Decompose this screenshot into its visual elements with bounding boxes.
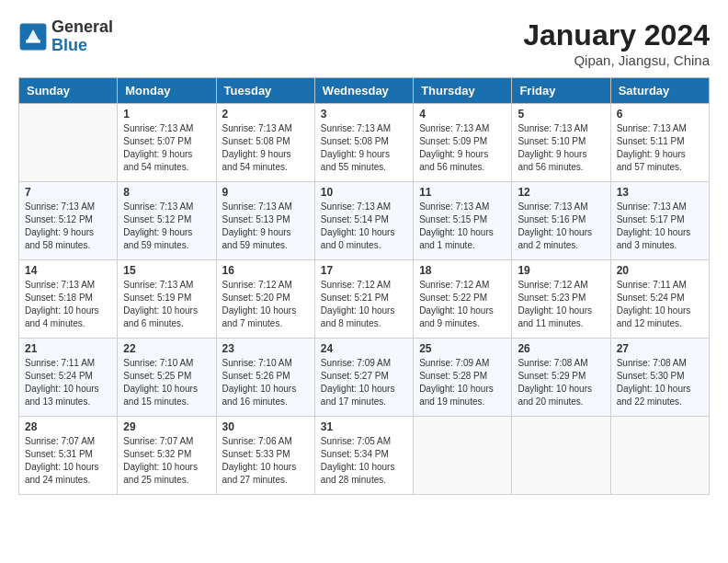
calendar-cell: 24Sunrise: 7:09 AM Sunset: 5:27 PM Dayli… (314, 339, 413, 417)
calendar-cell: 19Sunrise: 7:12 AM Sunset: 5:23 PM Dayli… (512, 260, 610, 339)
day-number: 8 (123, 186, 210, 199)
calendar-cell (512, 417, 610, 495)
day-number: 11 (419, 186, 506, 199)
location-subtitle: Qipan, Jiangsu, China (523, 52, 710, 68)
day-number: 14 (25, 264, 111, 277)
day-info: Sunrise: 7:13 AM Sunset: 5:19 PM Dayligh… (123, 279, 210, 330)
calendar-cell: 26Sunrise: 7:08 AM Sunset: 5:29 PM Dayli… (512, 339, 610, 417)
day-number: 13 (617, 186, 703, 199)
day-info: Sunrise: 7:12 AM Sunset: 5:21 PM Dayligh… (321, 279, 407, 330)
day-info: Sunrise: 7:13 AM Sunset: 5:11 PM Dayligh… (617, 122, 703, 174)
day-info: Sunrise: 7:10 AM Sunset: 5:26 PM Dayligh… (222, 357, 309, 408)
day-info: Sunrise: 7:13 AM Sunset: 5:16 PM Dayligh… (518, 201, 604, 252)
weekday-header-thursday: Thursday (414, 78, 512, 104)
calendar-cell: 15Sunrise: 7:13 AM Sunset: 5:19 PM Dayli… (118, 260, 216, 339)
calendar-cell: 2Sunrise: 7:13 AM Sunset: 5:08 PM Daylig… (216, 104, 314, 182)
day-number: 29 (123, 420, 210, 433)
calendar-cell: 18Sunrise: 7:12 AM Sunset: 5:22 PM Dayli… (414, 260, 512, 339)
day-number: 15 (123, 264, 210, 277)
calendar-cell: 14Sunrise: 7:13 AM Sunset: 5:18 PM Dayli… (19, 260, 118, 339)
calendar-cell: 29Sunrise: 7:07 AM Sunset: 5:32 PM Dayli… (118, 417, 216, 495)
day-number: 27 (617, 342, 703, 355)
day-info: Sunrise: 7:11 AM Sunset: 5:24 PM Dayligh… (617, 279, 703, 330)
weekday-header-friday: Friday (512, 78, 610, 104)
day-number: 3 (321, 108, 407, 121)
calendar-cell: 25Sunrise: 7:09 AM Sunset: 5:28 PM Dayli… (414, 339, 512, 417)
calendar-cell (414, 417, 512, 495)
day-info: Sunrise: 7:10 AM Sunset: 5:25 PM Dayligh… (123, 357, 210, 408)
day-number: 22 (123, 342, 210, 355)
day-number: 18 (419, 264, 506, 277)
day-info: Sunrise: 7:12 AM Sunset: 5:20 PM Dayligh… (222, 279, 309, 330)
day-number: 30 (222, 420, 309, 433)
calendar-cell: 20Sunrise: 7:11 AM Sunset: 5:24 PM Dayli… (610, 260, 709, 339)
calendar-cell: 28Sunrise: 7:07 AM Sunset: 5:31 PM Dayli… (19, 417, 118, 495)
month-title: January 2024 (523, 18, 710, 52)
day-info: Sunrise: 7:09 AM Sunset: 5:28 PM Dayligh… (419, 357, 506, 408)
calendar-cell: 9Sunrise: 7:13 AM Sunset: 5:13 PM Daylig… (216, 182, 314, 260)
day-info: Sunrise: 7:13 AM Sunset: 5:08 PM Dayligh… (222, 122, 309, 174)
calendar-cell: 11Sunrise: 7:13 AM Sunset: 5:15 PM Dayli… (414, 182, 512, 260)
day-number: 20 (617, 264, 703, 277)
weekday-header-row: SundayMondayTuesdayWednesdayThursdayFrid… (19, 78, 710, 104)
day-number: 24 (321, 342, 407, 355)
day-info: Sunrise: 7:12 AM Sunset: 5:22 PM Dayligh… (419, 279, 506, 330)
day-number: 31 (321, 420, 407, 433)
calendar-cell: 4Sunrise: 7:13 AM Sunset: 5:09 PM Daylig… (414, 104, 512, 182)
day-info: Sunrise: 7:07 AM Sunset: 5:31 PM Dayligh… (25, 435, 111, 487)
calendar-week-row: 21Sunrise: 7:11 AM Sunset: 5:24 PM Dayli… (19, 339, 710, 417)
calendar-cell: 13Sunrise: 7:13 AM Sunset: 5:17 PM Dayli… (610, 182, 709, 260)
title-area: January 2024 Qipan, Jiangsu, China (523, 18, 710, 68)
calendar-table: SundayMondayTuesdayWednesdayThursdayFrid… (18, 77, 710, 495)
day-info: Sunrise: 7:13 AM Sunset: 5:13 PM Dayligh… (222, 201, 309, 252)
calendar-cell: 27Sunrise: 7:08 AM Sunset: 5:30 PM Dayli… (610, 339, 709, 417)
calendar-cell: 5Sunrise: 7:13 AM Sunset: 5:10 PM Daylig… (512, 104, 610, 182)
day-number: 19 (518, 264, 604, 277)
day-info: Sunrise: 7:13 AM Sunset: 5:08 PM Dayligh… (321, 122, 407, 174)
day-info: Sunrise: 7:13 AM Sunset: 5:12 PM Dayligh… (123, 201, 210, 252)
day-info: Sunrise: 7:13 AM Sunset: 5:12 PM Dayligh… (25, 201, 111, 252)
weekday-header-sunday: Sunday (19, 78, 118, 104)
calendar-cell (19, 104, 118, 182)
calendar-cell: 17Sunrise: 7:12 AM Sunset: 5:21 PM Dayli… (314, 260, 413, 339)
day-info: Sunrise: 7:13 AM Sunset: 5:07 PM Dayligh… (123, 122, 210, 174)
calendar-cell: 16Sunrise: 7:12 AM Sunset: 5:20 PM Dayli… (216, 260, 314, 339)
calendar-week-row: 28Sunrise: 7:07 AM Sunset: 5:31 PM Dayli… (19, 417, 710, 495)
day-number: 28 (25, 420, 111, 433)
calendar-cell: 8Sunrise: 7:13 AM Sunset: 5:12 PM Daylig… (118, 182, 216, 260)
calendar-cell: 21Sunrise: 7:11 AM Sunset: 5:24 PM Dayli… (19, 339, 118, 417)
calendar-cell: 6Sunrise: 7:13 AM Sunset: 5:11 PM Daylig… (610, 104, 709, 182)
page-header: General Blue January 2024 Qipan, Jiangsu… (18, 18, 710, 68)
day-info: Sunrise: 7:08 AM Sunset: 5:29 PM Dayligh… (518, 357, 604, 408)
day-number: 2 (222, 108, 309, 121)
day-number: 21 (25, 342, 111, 355)
weekday-header-tuesday: Tuesday (216, 78, 314, 104)
day-number: 5 (518, 108, 604, 121)
logo: General Blue (18, 18, 113, 55)
day-info: Sunrise: 7:13 AM Sunset: 5:15 PM Dayligh… (419, 201, 506, 252)
calendar-cell: 22Sunrise: 7:10 AM Sunset: 5:25 PM Dayli… (118, 339, 216, 417)
day-number: 17 (321, 264, 407, 277)
day-number: 26 (518, 342, 604, 355)
day-number: 7 (25, 186, 111, 199)
day-info: Sunrise: 7:13 AM Sunset: 5:17 PM Dayligh… (617, 201, 703, 252)
calendar-cell: 1Sunrise: 7:13 AM Sunset: 5:07 PM Daylig… (118, 104, 216, 182)
day-number: 6 (617, 108, 703, 121)
day-info: Sunrise: 7:12 AM Sunset: 5:23 PM Dayligh… (518, 279, 604, 330)
logo-text: General Blue (51, 18, 113, 55)
calendar-cell: 7Sunrise: 7:13 AM Sunset: 5:12 PM Daylig… (19, 182, 118, 260)
calendar-cell: 10Sunrise: 7:13 AM Sunset: 5:14 PM Dayli… (314, 182, 413, 260)
calendar-week-row: 1Sunrise: 7:13 AM Sunset: 5:07 PM Daylig… (19, 104, 710, 182)
day-info: Sunrise: 7:09 AM Sunset: 5:27 PM Dayligh… (321, 357, 407, 408)
day-number: 4 (419, 108, 506, 121)
weekday-header-saturday: Saturday (610, 78, 709, 104)
calendar-cell: 30Sunrise: 7:06 AM Sunset: 5:33 PM Dayli… (216, 417, 314, 495)
calendar-week-row: 7Sunrise: 7:13 AM Sunset: 5:12 PM Daylig… (19, 182, 710, 260)
day-info: Sunrise: 7:13 AM Sunset: 5:18 PM Dayligh… (25, 279, 111, 330)
day-number: 9 (222, 186, 309, 199)
day-info: Sunrise: 7:07 AM Sunset: 5:32 PM Dayligh… (123, 435, 210, 487)
svg-rect-2 (26, 40, 40, 42)
weekday-header-monday: Monday (118, 78, 216, 104)
logo-general: General (51, 18, 113, 37)
day-info: Sunrise: 7:13 AM Sunset: 5:10 PM Dayligh… (518, 122, 604, 174)
